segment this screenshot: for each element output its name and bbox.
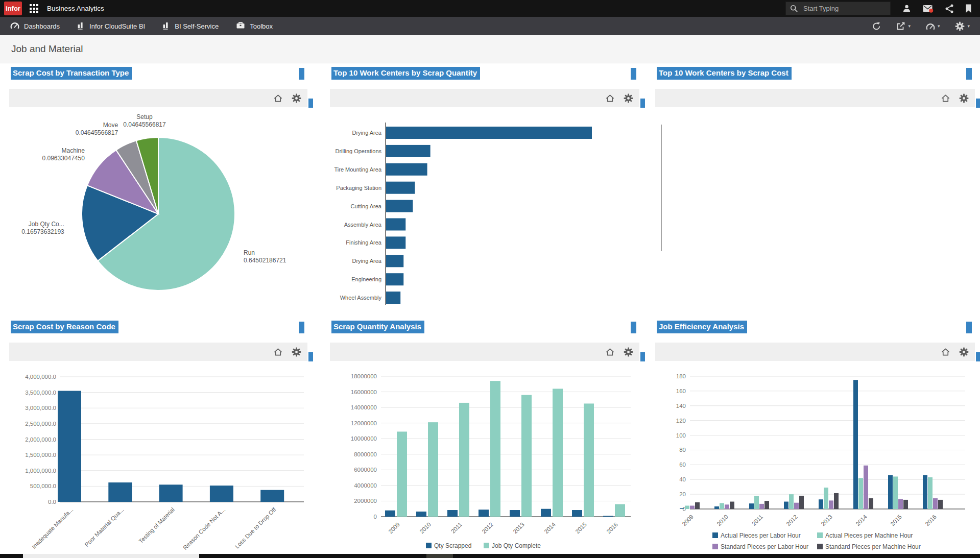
home-icon[interactable] <box>605 93 615 103</box>
bar-2010-0[interactable] <box>714 506 719 509</box>
bar-2016-3[interactable] <box>938 500 943 509</box>
bar-Drying Area[interactable] <box>386 127 592 139</box>
bar-2014-0[interactable] <box>541 509 551 517</box>
nav-item-bi-self-service[interactable]: BI Self-Service <box>162 21 219 31</box>
export-icon[interactable]: ▾ <box>896 22 911 31</box>
bar-Wheel Assembly[interactable] <box>386 292 400 304</box>
bar-2016-2[interactable] <box>933 498 938 509</box>
panel-toolbar <box>9 343 307 361</box>
nav-item-dashboards[interactable]: Dashboards <box>10 21 60 31</box>
gear-icon[interactable] <box>959 93 969 103</box>
bar-Inadequate Manufa...-0[interactable] <box>58 391 81 502</box>
bar-Engineering[interactable] <box>386 273 403 285</box>
bar-2011-0[interactable] <box>749 503 754 509</box>
panel-scrap-cost-by-reason-code: Scrap Cost by Reason Code 4,000,000.03,5… <box>9 321 307 555</box>
bar-Cutting Area[interactable] <box>386 200 413 212</box>
bar-Loss Due to Drop Off-0[interactable] <box>260 490 284 502</box>
bar-2013-1[interactable] <box>521 395 532 517</box>
bar-2015-1[interactable] <box>893 476 898 509</box>
bar-2009-3[interactable] <box>695 502 700 509</box>
bar-Tire Mounting Area[interactable] <box>386 163 427 176</box>
bar-2016-1[interactable] <box>615 504 625 517</box>
bar-2011-3[interactable] <box>764 501 769 509</box>
gear-icon[interactable] <box>292 347 301 357</box>
bar-2010-1[interactable] <box>428 422 438 517</box>
bar-2012-1[interactable] <box>789 494 794 509</box>
gear-icon[interactable] <box>624 347 633 357</box>
bar-2013-3[interactable] <box>834 493 839 509</box>
bar-2014-1[interactable] <box>858 478 863 509</box>
bar-2009-0[interactable] <box>385 511 395 517</box>
bar-2011-2[interactable] <box>759 504 764 509</box>
bar-2010-1[interactable] <box>720 503 724 509</box>
scrollbar-thumb[interactable] <box>23 554 199 558</box>
bar-2013-0[interactable] <box>510 510 520 517</box>
bar-Assembly Area[interactable] <box>386 219 405 231</box>
bar-2009-1[interactable] <box>397 431 407 517</box>
bar-2015-3[interactable] <box>903 500 908 509</box>
bar-2016-0[interactable] <box>603 516 613 517</box>
search-box[interactable] <box>785 2 891 15</box>
share-icon[interactable] <box>945 4 953 13</box>
bar-2015-0[interactable] <box>888 475 893 509</box>
gear-icon[interactable] <box>959 347 969 357</box>
bar-2009-2[interactable] <box>690 506 695 510</box>
nav-item-infor-cloudsuite-bi[interactable]: Infor CloudSuite BI <box>77 21 145 31</box>
chevron-down-icon: ▾ <box>967 23 970 29</box>
bar-Poor Material Qua...-0[interactable] <box>108 482 132 502</box>
refresh-icon[interactable] <box>872 21 881 31</box>
nav-item-toolbox[interactable]: Toolbox <box>236 21 273 31</box>
home-icon[interactable] <box>273 93 283 103</box>
home-icon[interactable] <box>273 347 283 357</box>
user-icon[interactable] <box>902 4 911 13</box>
bar-2010-3[interactable] <box>730 502 734 509</box>
bottom-scroll-strip[interactable] <box>0 554 980 558</box>
bar-Testing of Material-0[interactable] <box>159 484 183 502</box>
bar-2012-1[interactable] <box>490 381 500 517</box>
bar-Packaging Station[interactable] <box>386 182 415 194</box>
bar-2014-0[interactable] <box>853 380 858 509</box>
bar-2012-3[interactable] <box>799 496 804 509</box>
bar-2012-0[interactable] <box>479 510 489 517</box>
bar-2011-0[interactable] <box>447 510 458 517</box>
bar-2015-2[interactable] <box>898 499 903 510</box>
bar-2011-1[interactable] <box>754 496 759 509</box>
app-grid-icon[interactable] <box>30 4 38 13</box>
y-tick-label: 0.0 <box>48 499 56 505</box>
infor-logo[interactable]: infor <box>4 2 22 15</box>
search-input[interactable] <box>802 4 886 13</box>
home-icon[interactable] <box>941 347 950 357</box>
bar-2013-2[interactable] <box>829 500 833 509</box>
bar-2016-0[interactable] <box>923 475 927 509</box>
x-tick-label: Loss Due to Drop Off <box>234 506 277 549</box>
bar-2015-1[interactable] <box>584 403 594 517</box>
bar-2014-3[interactable] <box>869 498 873 509</box>
bar-2012-2[interactable] <box>794 503 799 509</box>
bar-Drilling Operations[interactable] <box>386 145 431 157</box>
mail-icon[interactable] <box>923 5 934 13</box>
bar-2012-0[interactable] <box>784 502 788 509</box>
bar-2014-2[interactable] <box>864 466 868 509</box>
bar-2015-0[interactable] <box>572 510 582 517</box>
bar-2013-0[interactable] <box>819 499 823 509</box>
bookmark-icon[interactable] <box>965 4 972 13</box>
gauge-menu-icon[interactable]: ▾ <box>926 22 940 30</box>
gear-icon[interactable] <box>624 93 633 103</box>
bar-2013-1[interactable] <box>824 488 828 509</box>
home-icon[interactable] <box>605 347 615 357</box>
bar-2010-0[interactable] <box>416 512 426 517</box>
category-label: Engineering <box>351 276 381 282</box>
bar-Drying Area[interactable] <box>386 255 403 267</box>
bar-Finishing Area[interactable] <box>386 236 405 249</box>
bar-2009-1[interactable] <box>685 506 689 510</box>
gear-icon[interactable] <box>292 93 301 103</box>
panel-title: Job Efficiency Analysis <box>657 321 747 333</box>
bar-2011-1[interactable] <box>459 403 469 517</box>
home-icon[interactable] <box>941 93 950 103</box>
bar-Reason Code Not A...-0[interactable] <box>210 486 233 502</box>
bar-2009-0[interactable] <box>680 508 684 509</box>
bar-2016-1[interactable] <box>928 477 933 509</box>
settings-gear-icon[interactable]: ▾ <box>955 21 970 31</box>
bar-2010-2[interactable] <box>725 504 729 509</box>
bar-2014-1[interactable] <box>553 389 563 517</box>
